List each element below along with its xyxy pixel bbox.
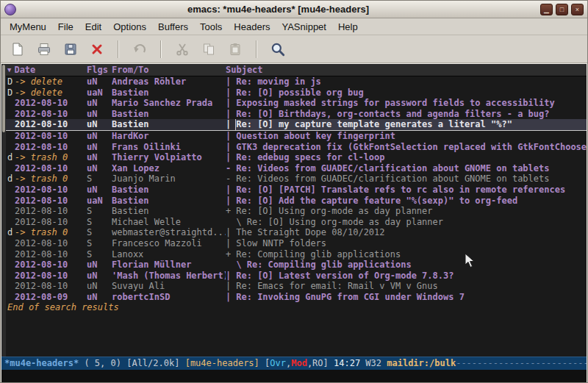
end-of-results: End of search results (6, 302, 587, 313)
modeline-mod: Mod (291, 358, 307, 368)
scrollbar[interactable] (1, 64, 6, 357)
row-from: Juanjo Marin (112, 173, 226, 185)
message-row[interactable]: D -> delete uaN Bastien | Re: [O] possib… (6, 87, 587, 99)
row-flags: S (87, 249, 112, 260)
echo-area[interactable] (1, 370, 587, 382)
close-buffer-icon[interactable] (86, 38, 108, 60)
minimize-button[interactable]: ▁ (540, 4, 553, 15)
emacs-window: emacs: *mu4e-headers* [mu4e-headers] ▁ □… (0, 0, 588, 383)
message-row[interactable]: d -> trash 0 S webmaster@straightd... | … (6, 227, 587, 238)
menu-item-tools[interactable]: Tools (194, 19, 228, 35)
row-date: -> trash 0 (15, 152, 87, 163)
row-flags: uN (87, 119, 112, 130)
menu-item-edit[interactable]: Edit (79, 19, 107, 35)
cut-icon[interactable] (171, 38, 193, 60)
row-subject: Re: [O] possible org bug (236, 87, 587, 99)
message-row[interactable]: 2012-08-10 uN Xan Lopez - Re: Videos fro… (6, 163, 587, 174)
message-row[interactable]: 2012-08-10 uN Bastien | Re: [O] Birthday… (6, 109, 587, 120)
row-subject: Re: Emacs for email: Rmail v VM v Gnus (236, 281, 587, 292)
message-row[interactable]: 2012-08-09 uN robertcInSD | Re: Invoking… (6, 292, 587, 303)
row-from: Thierry Volpiatto (112, 152, 226, 163)
titlebar: emacs: *mu4e-headers* [mu4e-headers] ▁ □… (1, 1, 587, 18)
row-date: 2012-08-10 (15, 109, 87, 120)
message-row[interactable]: 2012-08-10 uN Florian Müllner \ Re: Comp… (6, 259, 587, 271)
message-row[interactable]: 2012-08-10 uN Bastien | Re: [O] my captu… (6, 119, 587, 131)
message-row[interactable]: 2012-08-10 uN Suvayu Ali | Re: Emacs for… (6, 281, 587, 292)
row-mark (7, 259, 15, 271)
row-mark (7, 292, 15, 303)
row-flags: uN (87, 259, 112, 271)
row-date: 2012-08-10 (15, 98, 87, 109)
message-row[interactable]: 2012-08-10 uN HardKor | Question about k… (6, 131, 587, 142)
row-date: -> delete (15, 76, 87, 87)
message-row[interactable]: 2012-08-10 uaN Bastien | Re: [O] Add the… (6, 196, 587, 207)
message-row[interactable]: 2012-08-10 S Francesco Mazzoli | Slow NN… (6, 238, 587, 249)
row-date: 2012-08-10 (15, 206, 87, 217)
menubar: MyMenuFileEditOptionsBuffersToolsHeaders… (1, 18, 587, 35)
new-file-icon[interactable] (7, 38, 29, 60)
row-from: Andreas Röhler (112, 76, 226, 87)
row-thread-char: | (226, 152, 231, 163)
row-mark (7, 163, 15, 174)
row-flags: uN (87, 152, 112, 163)
menu-item-help[interactable]: Help (332, 19, 364, 35)
row-mark (7, 142, 15, 153)
menu-item-headers[interactable]: Headers (228, 19, 276, 35)
row-thread-char: | (226, 227, 231, 238)
row-mark (7, 249, 15, 260)
message-row[interactable]: d -> trash 0 uN Thierry Volpiatto | Re: … (6, 152, 587, 163)
toolbar-separator (256, 40, 257, 58)
emacs-app-icon (4, 4, 16, 15)
menu-item-yasnippet[interactable]: YASnippet (276, 19, 331, 35)
message-row[interactable]: 2012-08-10 S Bastien + Re: [O] Using org… (6, 206, 587, 217)
print-icon[interactable] (33, 38, 55, 60)
message-row[interactable]: D -> delete uN Andreas Röhler | Re: movi… (6, 76, 587, 87)
message-row[interactable]: 2012-08-10 S Michael Welle \ Re: [O] Usi… (6, 217, 587, 228)
row-thread-char: | (226, 76, 231, 87)
row-mark (7, 109, 15, 120)
row-from: 'Mash (Thomas Herbert) (112, 271, 226, 282)
paste-icon[interactable] (224, 38, 246, 60)
row-mark (7, 271, 15, 282)
row-flags: uN (87, 281, 112, 292)
save-icon[interactable] (60, 38, 82, 60)
maximize-button[interactable]: □ (556, 4, 568, 15)
message-row[interactable]: 2012-08-10 uN 'Mash (Thomas Herbert) | R… (6, 271, 587, 282)
row-mark: d (7, 173, 15, 185)
row-flags: uN (87, 163, 112, 174)
row-thread-char: | (226, 292, 231, 303)
message-row[interactable]: 2012-08-10 uN Bastien | Re: [O] [PATCH] … (6, 185, 587, 196)
message-row[interactable]: 2012-08-10 uN Mario Sanchez Prada | Expo… (6, 98, 587, 109)
menu-item-mymenu[interactable]: MyMenu (4, 19, 52, 35)
row-date: 2012-08-10 (15, 131, 87, 142)
row-thread-char: - (226, 173, 231, 185)
copy-icon[interactable] (198, 38, 220, 60)
menu-item-file[interactable]: File (52, 19, 79, 35)
close-button[interactable]: × (571, 4, 584, 15)
search-icon[interactable] (267, 38, 289, 60)
menu-item-options[interactable]: Options (107, 19, 152, 35)
column-header-date[interactable]: ▼Date (7, 64, 87, 76)
undo-icon[interactable] (129, 38, 151, 60)
modeline-mode: [mu4e-headers] (185, 358, 259, 368)
column-header-flags[interactable]: Flgs (87, 64, 112, 76)
row-thread-char: + (226, 206, 231, 217)
row-subject: Re: [O] Using org-mode as day planner (236, 206, 587, 217)
mu4e-headers-buffer: ▼Date Flgs From/To Subject D -> delete u… (6, 64, 587, 357)
message-row[interactable]: 2012-08-10 uN Frans Oilinki | GTK3 depre… (6, 142, 587, 153)
row-from: Bastien (112, 196, 226, 207)
column-header-from[interactable]: From/To (112, 64, 226, 76)
column-header-subject[interactable]: Subject (226, 64, 587, 76)
row-subject: Re: moving in js (236, 76, 587, 87)
message-row[interactable]: 2012-08-10 S Lanoxx + Re: Compiling glib… (6, 249, 587, 260)
menu-item-buffers[interactable]: Buffers (152, 19, 194, 35)
row-from: Bastien (112, 109, 226, 120)
row-date: 2012-08-10 (15, 217, 87, 228)
row-mark (7, 206, 15, 217)
row-thread-char: | (226, 119, 231, 130)
row-thread-char: + (226, 249, 231, 260)
message-row[interactable]: d -> trash 0 S Juanjo Marin - Re: Videos… (6, 173, 587, 185)
scrollbar-thumb[interactable] (2, 65, 5, 132)
row-flags: S (87, 238, 112, 249)
row-subject: Re: Videos from GUADEC/clarification abo… (236, 163, 587, 174)
